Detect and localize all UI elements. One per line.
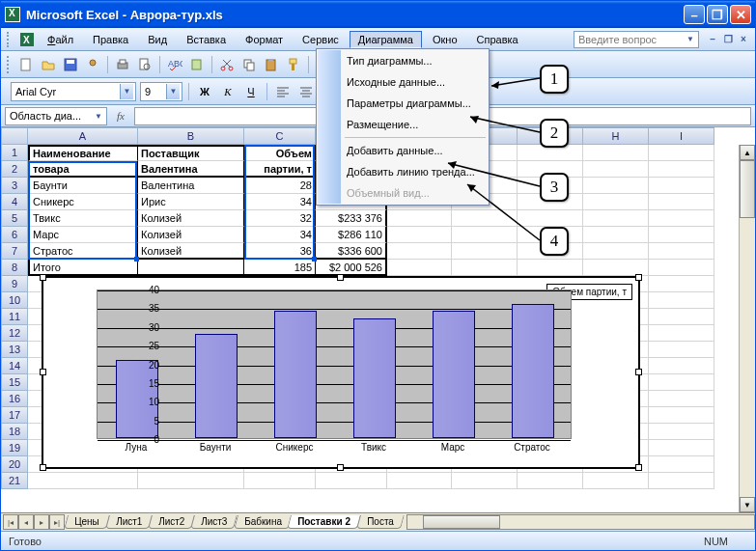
cell[interactable] xyxy=(387,243,452,260)
tab-first-icon[interactable]: |◂ xyxy=(3,514,18,530)
cell[interactable] xyxy=(649,473,714,489)
chart-bar[interactable] xyxy=(433,311,475,438)
cell[interactable] xyxy=(649,358,714,374)
row-header[interactable]: 19 xyxy=(1,440,28,456)
cell[interactable] xyxy=(452,473,518,489)
horizontal-scrollbar[interactable] xyxy=(406,514,755,530)
fx-icon[interactable]: fx xyxy=(111,110,130,122)
cell[interactable]: Марс xyxy=(28,227,138,243)
underline-button[interactable]: Ч xyxy=(241,82,261,101)
toolbar-grip[interactable] xyxy=(7,32,12,47)
cell[interactable]: Баунти xyxy=(28,178,138,194)
tab-next-icon[interactable]: ▸ xyxy=(34,514,49,530)
cell[interactable] xyxy=(387,210,452,227)
sheet-tab[interactable]: Лист2 xyxy=(148,515,195,529)
row-header[interactable]: 14 xyxy=(1,358,28,374)
close-button[interactable]: ✕ xyxy=(730,5,751,24)
tab-prev-icon[interactable]: ◂ xyxy=(18,514,34,530)
research-icon[interactable] xyxy=(187,55,207,74)
sheet-tab[interactable]: Поста xyxy=(356,515,405,529)
column-header[interactable]: B xyxy=(138,127,244,145)
mdi-minimize-button[interactable]: – xyxy=(707,34,718,45)
permission-icon[interactable] xyxy=(83,55,102,74)
row-header[interactable]: 4 xyxy=(1,194,28,210)
cell[interactable] xyxy=(28,473,138,489)
menu-add-data[interactable]: Добавить данные... xyxy=(318,140,488,161)
menu-edit[interactable]: Правка xyxy=(84,31,137,48)
cell[interactable] xyxy=(452,260,518,276)
cell[interactable] xyxy=(649,342,714,358)
cell[interactable]: $336 600 xyxy=(316,243,387,260)
italic-button[interactable]: К xyxy=(218,82,238,101)
menu-file[interactable]: Файл xyxy=(39,31,82,48)
row-header[interactable]: 21 xyxy=(1,473,28,489)
menu-chart-type[interactable]: Тип диаграммы... xyxy=(318,50,488,71)
scroll-down-icon[interactable]: ▼ xyxy=(740,497,755,512)
name-box[interactable]: Область диа...▼ xyxy=(5,107,107,125)
cell[interactable] xyxy=(649,292,714,309)
row-header[interactable]: 9 xyxy=(1,276,28,292)
format-painter-icon[interactable] xyxy=(284,55,303,74)
cell[interactable]: Стратос xyxy=(28,243,138,260)
cell[interactable]: Объем xyxy=(244,145,316,161)
row-header[interactable]: 10 xyxy=(1,292,28,309)
cell[interactable] xyxy=(649,145,714,161)
row-header[interactable]: 2 xyxy=(1,161,28,178)
cell[interactable]: Наименование xyxy=(28,145,138,161)
cell[interactable] xyxy=(518,210,583,227)
cell[interactable]: Колизей xyxy=(138,210,244,227)
cell[interactable]: Колизей xyxy=(138,227,244,243)
cell[interactable]: Колизей xyxy=(138,243,244,260)
font-size-combo[interactable]: 9▼ xyxy=(140,82,182,101)
paste-icon[interactable] xyxy=(262,55,281,74)
chart-bar[interactable] xyxy=(512,304,554,439)
chart-bar[interactable] xyxy=(274,311,317,438)
row-header[interactable]: 8 xyxy=(1,260,28,276)
sheet-tab[interactable]: Поставки 2 xyxy=(288,515,362,529)
cell[interactable] xyxy=(649,325,714,342)
chevron-down-icon[interactable]: ▼ xyxy=(120,84,133,99)
row-header[interactable]: 3 xyxy=(1,178,28,194)
scroll-thumb[interactable] xyxy=(740,160,755,218)
select-all-button[interactable] xyxy=(1,127,28,145)
cell[interactable]: 28 xyxy=(244,178,316,194)
cell[interactable]: 185 xyxy=(244,260,316,276)
cell[interactable] xyxy=(387,260,452,276)
sheet-tab[interactable]: Лист3 xyxy=(190,515,238,529)
cell[interactable] xyxy=(387,227,452,243)
align-left-icon[interactable] xyxy=(273,82,293,101)
print-icon[interactable] xyxy=(113,55,132,74)
cell[interactable]: Поставщик xyxy=(138,145,244,161)
menu-window[interactable]: Окно xyxy=(424,31,466,48)
menu-chart-options[interactable]: Параметры диаграммы... xyxy=(318,93,488,114)
menu-insert[interactable]: Вставка xyxy=(178,31,235,48)
cell[interactable]: Сникерс xyxy=(28,194,138,210)
chart-bar[interactable] xyxy=(195,334,238,439)
cell[interactable] xyxy=(649,407,714,424)
cell[interactable] xyxy=(649,178,714,194)
row-header[interactable]: 20 xyxy=(1,456,28,473)
font-name-combo[interactable]: Arial Cyr▼ xyxy=(11,82,136,101)
row-header[interactable]: 16 xyxy=(1,391,28,407)
cell[interactable] xyxy=(244,473,316,489)
cell[interactable] xyxy=(138,473,244,489)
align-center-icon[interactable] xyxy=(296,82,316,101)
mdi-restore-button[interactable]: ❐ xyxy=(722,34,734,45)
scroll-thumb[interactable] xyxy=(423,515,500,529)
copy-icon[interactable] xyxy=(239,55,259,74)
spelling-icon[interactable]: ABC xyxy=(165,55,184,74)
cell[interactable] xyxy=(649,309,714,325)
cell[interactable] xyxy=(649,276,714,292)
cell[interactable] xyxy=(518,473,583,489)
row-header[interactable]: 1 xyxy=(1,145,28,161)
menu-view[interactable]: Вид xyxy=(139,31,176,48)
mdi-close-button[interactable]: × xyxy=(738,34,749,45)
embedded-chart[interactable]: Объем партии, т 0510152025303540 ЛунаБау… xyxy=(42,276,640,469)
row-header[interactable]: 6 xyxy=(1,227,28,243)
cell[interactable]: Твикс xyxy=(28,210,138,227)
menu-source-data[interactable]: Исходные данные... xyxy=(318,71,488,93)
row-header[interactable]: 7 xyxy=(1,243,28,260)
sheet-tab[interactable]: Лист1 xyxy=(105,515,153,529)
menu-help[interactable]: Справка xyxy=(468,31,527,48)
cell[interactable] xyxy=(583,210,649,227)
